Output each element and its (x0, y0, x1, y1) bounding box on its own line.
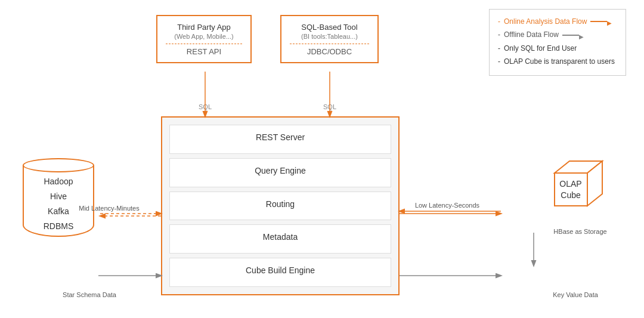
third-party-subtitle: (Web App, Mobile...) (166, 33, 242, 40)
third-party-title: Third Party App (166, 22, 242, 33)
svg-text:SQL: SQL (323, 103, 336, 110)
legend-online-title: Online Analysis Data Flow (504, 16, 587, 27)
hadoop-cylinder: Hadoop Hive Kafka RDBMS (23, 158, 94, 237)
legend-online-dash: - (498, 16, 500, 27)
legend-box: - Online Analysis Data Flow - Offline Da… (489, 9, 626, 76)
legend-online: - Online Analysis Data Flow (498, 16, 617, 27)
engine-row-routing: Routing (169, 192, 391, 221)
legend-arrow-orange (590, 18, 612, 24)
main-engine-box: REST Server Query Engine Routing Metadat… (161, 116, 400, 295)
olap-cube-svg: OLAP Cube (546, 149, 611, 215)
star-schema-label: Star Schema Data (48, 291, 131, 298)
cylinder-top (23, 158, 94, 172)
sql-tool-title: SQL-Based Tool (290, 22, 369, 33)
engine-row-query: Query Engine (169, 158, 391, 187)
svg-text:Cube: Cube (561, 190, 581, 200)
legend-arrow-gray (562, 32, 584, 38)
engine-row-metadata: Metadata (169, 224, 391, 254)
key-value-label: Key Value Data (540, 291, 611, 298)
engine-row-cube-build: Cube Build Engine (169, 258, 391, 287)
legend-sql2-text: OLAP Cube is transparent to users (504, 55, 615, 67)
legend-offline: - Offline Data Flow (498, 29, 617, 41)
olap-cube-container: OLAP Cube (546, 149, 611, 217)
legend-sql1: - Only SQL for End User (498, 42, 617, 54)
legend-offline-label: Offline Data Flow (504, 29, 559, 41)
svg-marker-0 (555, 173, 587, 206)
cylinder-body: Hadoop Hive Kafka RDBMS (23, 165, 94, 237)
legend-offline-dash: - (498, 29, 500, 41)
sql-tool-subtitle: (BI tools:Tableau...) (290, 33, 369, 40)
sql-tool-box: SQL-Based Tool (BI tools:Tableau...) JDB… (280, 15, 379, 63)
third-party-label: REST API (166, 44, 242, 56)
svg-text:SQL: SQL (199, 103, 212, 110)
legend-sql1-dash: - (498, 42, 500, 54)
sql-tool-label: JDBC/ODBC (290, 44, 369, 56)
diagram-container: - Online Analysis Data Flow - Offline Da… (0, 0, 644, 318)
hbase-label: HBase as Storage (541, 228, 619, 235)
svg-text:Low Latency-Seconds: Low Latency-Seconds (415, 202, 480, 209)
legend-sql2-dash: - (498, 55, 500, 67)
hadoop-text: Hadoop Hive Kafka RDBMS (44, 174, 74, 234)
legend-sql2: - OLAP Cube is transparent to users (498, 55, 617, 67)
third-party-box: Third Party App (Web App, Mobile...) RES… (156, 15, 252, 63)
engine-row-rest: REST Server (169, 125, 391, 154)
svg-text:OLAP: OLAP (559, 179, 581, 189)
legend-sql1-text: Only SQL for End User (504, 42, 577, 54)
